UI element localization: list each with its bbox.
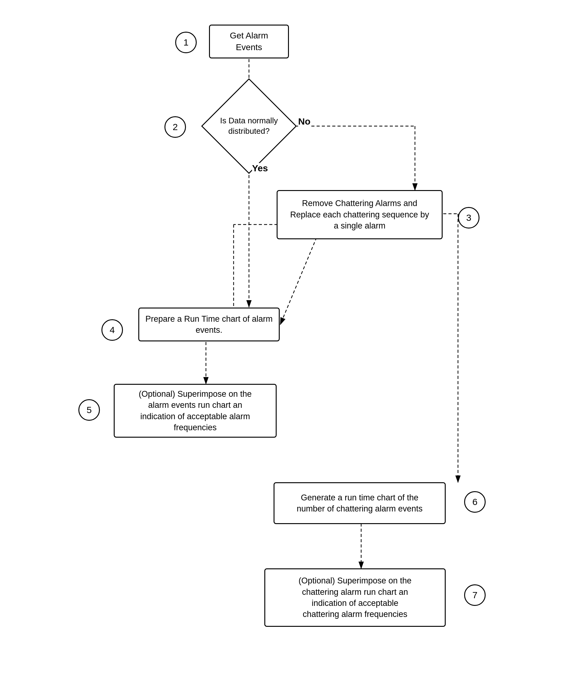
node-6-label: Generate a run time chart of thenumber o… [297, 492, 423, 515]
node-6-chattering-chart: Generate a run time chart of thenumber o… [274, 482, 446, 524]
circle-label-7: 7 [464, 584, 486, 606]
circle-label-4: 4 [101, 319, 123, 341]
node-4-runtime-chart: Prepare a Run Time chart of alarmevents. [138, 307, 280, 341]
circle-label-5: 5 [78, 399, 100, 421]
node-2-label: Is Data normallydistributed? [220, 116, 278, 136]
circle-label-6: 6 [464, 491, 486, 513]
svg-line-5 [280, 237, 317, 324]
flowchart-container: Get Alarm Events 1 Is Data normallydistr… [0, 0, 588, 700]
node-5-label: (Optional) Superimpose on thealarm event… [139, 389, 252, 433]
yes-label: Yes [252, 163, 268, 173]
no-label: No [298, 116, 310, 127]
node-3-remove-chattering: Remove Chattering Alarms andReplace each… [277, 190, 443, 239]
circle-label-2: 2 [164, 116, 186, 138]
node-5-optional-superimpose: (Optional) Superimpose on thealarm event… [114, 384, 277, 438]
node-3-label: Remove Chattering Alarms andReplace each… [290, 198, 429, 231]
circle-label-3: 3 [458, 207, 479, 228]
circle-label-1: 1 [175, 32, 197, 53]
node-2-diamond-wrapper: Is Data normallydistributed? [212, 91, 286, 161]
node-4-label: Prepare a Run Time chart of alarmevents. [145, 313, 273, 336]
node-1-label: Get Alarm Events [230, 30, 268, 53]
node-1-get-alarm-events: Get Alarm Events [209, 25, 289, 58]
node-7-optional-chattering: (Optional) Superimpose on thechattering … [264, 568, 446, 627]
node-7-label: (Optional) Superimpose on thechattering … [298, 575, 412, 620]
